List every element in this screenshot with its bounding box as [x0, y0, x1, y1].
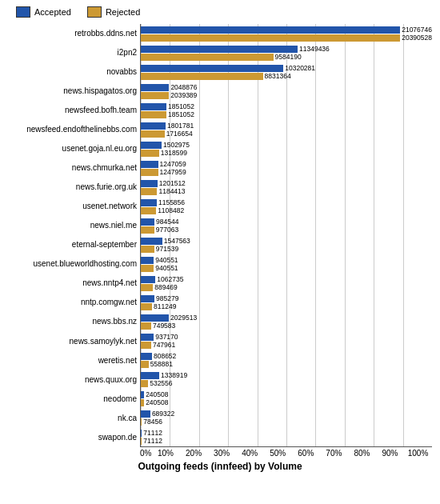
rejected-value: 2039389 — [170, 91, 197, 99]
accepted-value: 808652 — [154, 352, 176, 360]
bar-row: 11558561108482 — [141, 197, 432, 216]
y-label: eternal-september — [8, 241, 137, 249]
rejected-bar — [141, 111, 166, 118]
rejected-value: 749583 — [153, 322, 175, 330]
rejected-value: 1716654 — [166, 130, 193, 138]
x-axis-label: 10% — [151, 449, 179, 458]
accepted-bar — [141, 161, 158, 168]
bar-row: 808652558881 — [141, 350, 432, 370]
bar-row: 937170747961 — [141, 331, 432, 350]
accepted-bar — [141, 353, 152, 360]
rejected-value: 971539 — [156, 245, 178, 253]
accepted-bar — [141, 238, 162, 245]
bar-row: 12015121184413 — [141, 178, 432, 197]
y-label: usenet.network — [8, 202, 137, 210]
x-axis-label: 90% — [376, 449, 404, 458]
accepted-value: 1338919 — [161, 371, 187, 379]
accepted-swatch — [16, 6, 30, 18]
accepted-bar — [141, 84, 169, 91]
y-label: usenet.blueworldhosting.com — [8, 260, 137, 268]
y-label: news.nntp4.net — [8, 279, 137, 287]
accepted-value: 21076746 — [402, 26, 432, 34]
rejected-bar — [141, 73, 263, 80]
y-label: nntp.comgw.net — [8, 298, 137, 306]
bar-row: 985279811249 — [141, 293, 432, 312]
rejected-bar — [141, 169, 158, 176]
rejected-value: 9584190 — [275, 53, 302, 61]
accepted-bar — [141, 26, 400, 34]
y-label: newsfeed.bofh.team — [8, 106, 137, 114]
y-label: news.samoylyk.net — [8, 338, 137, 346]
x-axis-row: 0%10%20%30%40%50%60%70%80%90%100% — [140, 449, 432, 458]
rejected-bar — [141, 322, 151, 330]
rejected-bar — [141, 34, 400, 42]
bar-row: 68932278456 — [141, 408, 432, 427]
x-axis-label: 80% — [348, 449, 376, 458]
chart-container: Accepted Rejected retrobbs.ddns.neti2pn2… — [0, 0, 440, 504]
y-label: i2pn2 — [8, 49, 137, 57]
rejected-value: 1318599 — [161, 149, 187, 157]
x-axis-label: 20% — [180, 449, 208, 458]
y-label: news.furie.org.uk — [8, 183, 137, 191]
rejected-bar — [141, 361, 149, 368]
accepted-bar — [141, 372, 159, 379]
accepted-value: 1801781 — [167, 122, 194, 130]
bar-row: 12470591247959 — [141, 158, 432, 178]
rejected-value: 71112 — [143, 437, 162, 445]
accepted-value: 1201512 — [159, 179, 186, 187]
rejected-bar — [141, 303, 152, 310]
legend: Accepted Rejected — [8, 6, 432, 18]
rejected-bar — [141, 92, 169, 99]
y-label: weretis.net — [8, 357, 137, 365]
x-axis-label: 50% — [264, 449, 292, 458]
accepted-bar — [141, 295, 154, 302]
rejected-bar — [141, 150, 159, 157]
x-axis-label: 60% — [292, 449, 320, 458]
rejected-value: 558881 — [150, 360, 173, 368]
rejected-value: 977063 — [156, 226, 178, 234]
rejected-value: 532556 — [150, 379, 172, 387]
x-axis-label: 70% — [320, 449, 348, 458]
rejected-bar — [141, 207, 156, 214]
chart-title: Outgoing feeds (innfeed) by Volume — [8, 461, 432, 472]
bar-row: 2029513749583 — [141, 312, 432, 331]
y-label: swapon.de — [8, 434, 137, 442]
legend-accepted: Accepted — [16, 6, 71, 18]
rejected-value: 240508 — [146, 398, 168, 406]
accepted-value: 689322 — [152, 410, 174, 418]
bar-row: 7111271112 — [141, 427, 432, 446]
accepted-bar — [141, 257, 154, 264]
rejected-label: Rejected — [106, 7, 140, 17]
rejected-value: 20390528 — [402, 34, 432, 42]
accepted-value: 940551 — [155, 256, 178, 264]
accepted-value: 937170 — [155, 333, 178, 341]
accepted-value: 1155856 — [158, 198, 185, 206]
accepted-bar — [141, 46, 298, 53]
accepted-bar — [141, 122, 166, 130]
rejected-bar — [141, 226, 154, 234]
rejected-bar — [141, 399, 144, 406]
bar-row: 240508240508 — [141, 389, 432, 408]
bar-row: 1338919532556 — [141, 370, 432, 389]
rejected-bar — [141, 342, 151, 349]
bar-row: 15029751318599 — [141, 139, 432, 158]
x-axis-label: 0% — [140, 449, 151, 458]
accepted-bar — [141, 314, 169, 322]
bar-row: 1062735889469 — [141, 274, 432, 293]
bar-row: 984544977063 — [141, 216, 432, 235]
accepted-value: 1062735 — [157, 275, 183, 283]
x-axis-label: 100% — [404, 449, 432, 458]
rejected-value: 889469 — [154, 283, 177, 291]
bars-wrapper: 2107674620390528113494369584190103202818… — [141, 24, 432, 446]
accepted-bar — [141, 276, 155, 283]
x-axis-label: 40% — [236, 449, 264, 458]
accepted-bar — [141, 218, 154, 226]
bar-row: 113494369584190 — [141, 43, 432, 62]
rejected-value: 8831364 — [265, 72, 291, 80]
y-label: news.chmurka.net — [8, 164, 137, 172]
rejected-value: 1184413 — [158, 187, 185, 195]
accepted-value: 985279 — [156, 294, 178, 302]
accepted-value: 71112 — [143, 429, 162, 437]
rejected-bar — [141, 438, 142, 445]
y-label: newsfeed.endofthelinebbs.com — [8, 126, 137, 134]
